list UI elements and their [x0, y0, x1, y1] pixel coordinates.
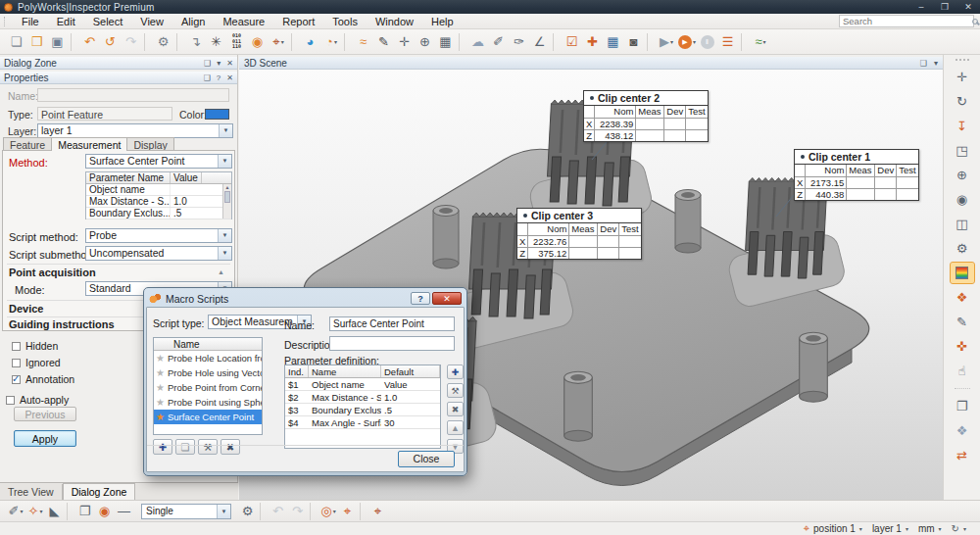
- dialog-close-button[interactable]: ✕: [432, 292, 462, 305]
- active-layer-dropdown[interactable]: layer 1: [872, 523, 902, 534]
- probe-options-icon[interactable]: ✐ ▾: [6, 501, 25, 521]
- parameter-definition-table[interactable]: Ind. Name Default Value $1 Object name $…: [284, 365, 441, 449]
- close-panel-icon[interactable]: ✕: [226, 59, 233, 68]
- checkbox[interactable]: [12, 359, 21, 367]
- refresh-icon[interactable]: ↻: [952, 523, 959, 534]
- panel-tab[interactable]: Dialog Zone: [63, 483, 136, 500]
- visibility-eye-icon[interactable]: ◉: [951, 189, 974, 210]
- minimize-button[interactable]: –: [909, 0, 933, 14]
- units-dropdown[interactable]: mm: [918, 523, 935, 534]
- macro-script-item[interactable]: ★ Probe Point from Corner: [154, 380, 262, 395]
- probe-compensation-icon[interactable]: ✑: [510, 31, 529, 52]
- auto-apply-checkbox-row[interactable]: Auto-apply: [6, 394, 69, 406]
- chevron-down-icon[interactable]: ▾: [217, 59, 220, 68]
- annotation-clip-center-3[interactable]: Clip center 3 NomMeasDevTest X2232.76 Z3…: [516, 208, 642, 260]
- menu-report[interactable]: Report: [273, 16, 323, 27]
- sequence-play-icon[interactable]: ☰: [718, 31, 738, 52]
- maximize-button[interactable]: ❐: [933, 0, 956, 14]
- feature-select-icon[interactable]: ✛: [395, 31, 415, 52]
- probe-tool-icon[interactable]: ✐: [489, 31, 509, 52]
- dialog-help-button[interactable]: ?: [411, 292, 430, 305]
- method-dropdown[interactable]: Surface Center Point: [85, 154, 232, 169]
- help-icon[interactable]: ?: [217, 73, 220, 82]
- parameter-row[interactable]: $4 Max Angle - Surfa... 30: [285, 416, 440, 429]
- color-swatch[interactable]: [205, 109, 229, 120]
- param-row[interactable]: Object name: [86, 184, 231, 196]
- layer-dropdown[interactable]: layer 1: [37, 123, 233, 138]
- pin-icon[interactable]: ❑: [920, 59, 927, 68]
- menu-measure[interactable]: Measure: [214, 16, 273, 27]
- macro-name-input[interactable]: [329, 316, 455, 331]
- menu-window[interactable]: Window: [367, 16, 422, 27]
- macro-close-button[interactable]: Close: [398, 451, 455, 467]
- panel-tab[interactable]: Tree View: [0, 484, 63, 500]
- camera-icon[interactable]: ◙: [624, 31, 644, 52]
- scene-clapper-icon[interactable]: ◣: [45, 501, 65, 521]
- fit-view-icon[interactable]: ✛: [951, 67, 974, 87]
- param-row[interactable]: Boundary Exclus....5: [86, 208, 231, 219]
- annotation-clip-center-2[interactable]: Clip center 2 NomMeasDevTest X2238.39 Z4…: [583, 90, 709, 142]
- paint-probe-icon[interactable]: ✧ ▾: [25, 501, 45, 521]
- edit-parameter-wrench-button[interactable]: ⚒: [447, 383, 464, 398]
- snapshot-window-icon[interactable]: ❐: [951, 396, 974, 416]
- device-position-icon[interactable]: ⌖: [338, 501, 358, 521]
- restore-view-icon[interactable]: ↺: [101, 31, 121, 52]
- redo-icon[interactable]: ↷: [122, 31, 141, 52]
- auto-apply-checkbox[interactable]: [6, 396, 15, 405]
- open-project-icon[interactable]: ❒: [27, 31, 47, 52]
- scene-options-gear-icon[interactable]: ⚙: [951, 238, 974, 259]
- deviation-gauge-icon[interactable]: ◔ ▾: [321, 31, 341, 52]
- checkbox[interactable]: [12, 375, 21, 384]
- search-box[interactable]: [839, 15, 974, 27]
- macro-dialog-titlebar[interactable]: Macro Scripts ? ✕: [146, 290, 465, 307]
- pause-macro-icon[interactable]: ‖: [698, 31, 717, 52]
- move-up-button[interactable]: ▲: [447, 420, 464, 435]
- guiding-instructions-section[interactable]: Guiding instructions: [9, 318, 115, 330]
- macro-script-item[interactable]: ★ Probe Point using Sphere f...: [154, 395, 262, 410]
- properties-tab[interactable]: Feature: [3, 137, 52, 150]
- rotate-view-icon[interactable]: ↻: [951, 91, 974, 112]
- device-position-dropdown[interactable]: position 1: [813, 523, 856, 534]
- report-item-icon[interactable]: ▶ ▾: [657, 31, 676, 52]
- report-table-icon[interactable]: ▦: [604, 31, 623, 52]
- robot-arm-icon[interactable]: ⌖: [368, 501, 388, 521]
- dimension-grid-icon[interactable]: ▦: [436, 31, 456, 52]
- param-table-scrollbar[interactable]: ▲: [222, 184, 231, 219]
- macro-description-input[interactable]: [329, 336, 455, 351]
- control-chart-icon[interactable]: ≈ ▾: [751, 31, 770, 52]
- menu-view[interactable]: View: [131, 16, 172, 27]
- colormap-sphere-icon[interactable]: ◕: [301, 31, 320, 52]
- menu-help[interactable]: Help: [422, 16, 463, 27]
- add-snapshot-icon[interactable]: ✚: [583, 31, 603, 52]
- delete-parameter-button[interactable]: ✖: [447, 402, 464, 416]
- device-section[interactable]: Device: [9, 303, 43, 315]
- zoom-in-out-icon[interactable]: ⊕: [951, 165, 974, 185]
- annotation-clip-center-1[interactable]: Clip center 1 NomMeasDevTest X2173.15 Z4…: [794, 149, 919, 201]
- align-icon[interactable]: ✳: [207, 31, 226, 52]
- import-object-icon[interactable]: ↴: [186, 31, 206, 52]
- macro-script-item[interactable]: ★ Probe Hole using Vector Bar: [154, 365, 262, 380]
- pick-hand-icon[interactable]: ☝: [951, 361, 974, 381]
- close-properties-icon[interactable]: ✕: [226, 73, 233, 82]
- probe-point-icon[interactable]: ◉: [95, 501, 115, 521]
- properties-tab[interactable]: Display: [126, 137, 173, 150]
- probe-mode-dropdown[interactable]: Single: [141, 504, 231, 519]
- new-project-icon[interactable]: ❏: [7, 31, 26, 52]
- flip-normals-icon[interactable]: ⇄: [951, 445, 974, 465]
- color-map-icon[interactable]: [951, 263, 974, 283]
- dcc-binary-icon[interactable]: 010 011 110: [227, 31, 247, 52]
- menu-select[interactable]: Select: [84, 16, 132, 27]
- axis-alignment-icon[interactable]: ⌖ ▾: [269, 31, 288, 52]
- point-cloud-icon[interactable]: ☁: [468, 31, 488, 52]
- param-row[interactable]: Max Distance - S...1.0: [86, 196, 231, 208]
- method-parameter-table[interactable]: Parameter Name Value Object name Max Dis…: [85, 171, 232, 219]
- zoom-tool-icon[interactable]: ⊕: [416, 31, 435, 52]
- chevron-down-icon[interactable]: ▾: [934, 59, 938, 68]
- previous-button[interactable]: Previous: [14, 407, 76, 421]
- standard-view-icon[interactable]: ↧: [951, 116, 974, 136]
- menu-edit[interactable]: Edit: [48, 16, 84, 27]
- checkbox[interactable]: [12, 342, 21, 351]
- parameter-row[interactable]: $3 Boundary Exclusi... .5: [285, 404, 440, 416]
- macro-window-icon[interactable]: ❐: [75, 501, 95, 521]
- redo-measure-icon[interactable]: ↷: [288, 501, 308, 521]
